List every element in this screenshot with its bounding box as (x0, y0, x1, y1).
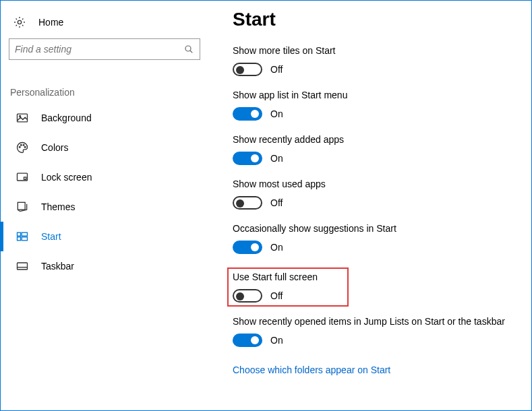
svg-point-4 (20, 116, 21, 117)
svg-point-5 (19, 146, 20, 148)
toggle-row: On (233, 107, 518, 121)
svg-rect-11 (18, 202, 25, 210)
home-label: Home (38, 17, 63, 28)
svg-line-2 (190, 51, 192, 53)
svg-point-0 (18, 20, 21, 24)
sidebar-item-label: Start (41, 231, 61, 242)
choose-folders-link[interactable]: Choose which folders appear on Start (233, 365, 390, 375)
palette-icon (16, 141, 29, 154)
svg-point-6 (21, 144, 22, 146)
toggle-app-list[interactable] (233, 107, 262, 121)
toggle-state: On (270, 242, 283, 253)
setting-fullscreen: Use Start full screenOff (227, 267, 349, 307)
setting-jump-lists: Show recently opened items in Jump Lists… (233, 316, 518, 347)
svg-point-1 (185, 46, 191, 51)
toggle-state: On (270, 153, 283, 164)
toggle-state: Off (270, 197, 283, 208)
svg-rect-15 (22, 237, 27, 241)
search-input[interactable] (9, 38, 200, 60)
svg-rect-10 (24, 177, 26, 179)
picture-icon (16, 111, 29, 125)
toggle-state: Off (270, 290, 283, 301)
toggle-row: Off (233, 63, 518, 76)
toggle-state: On (270, 335, 283, 346)
toggle-row: On (233, 241, 518, 254)
setting-recent-apps: Show recently added appsOn (233, 134, 518, 165)
toggle-row: On (233, 152, 518, 165)
settings-list: Show more tiles on StartOffShow app list… (233, 45, 518, 347)
search-field[interactable] (15, 44, 183, 55)
setting-label: Occasionally show suggestions in Start (233, 223, 518, 234)
sidebar-item-colors[interactable]: Colors (1, 133, 208, 162)
sidebar-item-label: Lock screen (41, 172, 92, 183)
toggle-row: Off (233, 196, 518, 210)
gear-icon (13, 15, 26, 29)
taskbar-icon (16, 259, 29, 273)
svg-rect-13 (22, 232, 27, 236)
toggle-row: Off (233, 289, 343, 303)
section-header: Personalization (1, 60, 208, 103)
setting-more-tiles: Show more tiles on StartOff (233, 45, 518, 76)
setting-app-list: Show app list in Start menuOn (233, 90, 518, 121)
main-content: Start Show more tiles on StartOffShow ap… (208, 1, 531, 410)
svg-rect-12 (18, 232, 21, 236)
sidebar-item-themes[interactable]: Themes (1, 192, 208, 222)
setting-label: Show recently added apps (233, 134, 518, 145)
sidebar-item-label: Background (41, 113, 92, 123)
sidebar-item-label: Colors (41, 142, 68, 153)
start-icon (16, 230, 29, 243)
svg-point-7 (23, 144, 24, 146)
page-title: Start (233, 9, 518, 30)
home-button[interactable]: Home (1, 13, 208, 38)
sidebar-item-background[interactable]: Background (1, 103, 208, 133)
toggle-jump-lists[interactable] (233, 334, 262, 347)
sidebar-item-label: Themes (41, 201, 76, 212)
setting-label: Show app list in Start menu (233, 90, 518, 100)
setting-most-used: Show most used appsOff (233, 179, 518, 210)
toggle-fullscreen[interactable] (233, 289, 262, 303)
toggle-state: On (270, 108, 283, 119)
lockscreen-icon (16, 170, 29, 184)
nav-list: Background Colors Lock screen (1, 103, 208, 281)
sidebar-item-start[interactable]: Start (1, 222, 208, 251)
toggle-most-used[interactable] (233, 196, 262, 210)
sidebar: Home Personalization Background (1, 1, 208, 410)
svg-rect-16 (18, 263, 28, 270)
toggle-recent-apps[interactable] (233, 152, 262, 165)
sidebar-item-label: Taskbar (41, 261, 74, 272)
setting-label: Show recently opened items in Jump Lists… (233, 316, 518, 327)
toggle-state: Off (270, 64, 283, 75)
svg-point-8 (24, 146, 26, 148)
svg-rect-14 (18, 237, 21, 241)
toggle-row: On (233, 334, 518, 347)
setting-label: Show most used apps (233, 179, 518, 189)
toggle-suggestions[interactable] (233, 241, 262, 254)
sidebar-item-lockscreen[interactable]: Lock screen (1, 162, 208, 192)
toggle-more-tiles[interactable] (233, 63, 262, 76)
themes-icon (16, 200, 29, 214)
setting-suggestions: Occasionally show suggestions in StartOn (233, 223, 518, 254)
setting-label: Use Start full screen (233, 272, 343, 282)
search-icon (183, 44, 194, 55)
setting-label: Show more tiles on Start (233, 45, 518, 56)
sidebar-item-taskbar[interactable]: Taskbar (1, 251, 208, 281)
